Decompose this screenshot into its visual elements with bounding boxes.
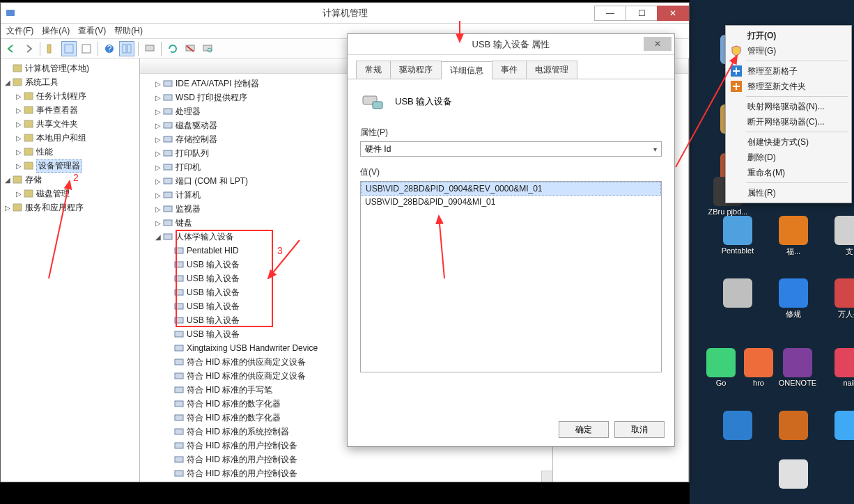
- caret-icon[interactable]: ▷: [154, 178, 162, 185]
- ctx-item[interactable]: 映射网络驱动器(N)...: [728, 99, 849, 114]
- menu-help[interactable]: 帮助(H): [114, 25, 143, 37]
- hardware-id-item[interactable]: USB\VID_28BD&PID_0904&MI_01: [361, 196, 661, 208]
- desktop-icon[interactable]: [769, 411, 818, 441]
- caret-icon[interactable]: ▷: [154, 94, 162, 102]
- device-tree-item[interactable]: 符合 HID 标准的用户控制设备: [141, 466, 551, 480]
- ctx-item[interactable]: 管理(G): [728, 43, 849, 58]
- caret-icon[interactable]: ▷: [154, 108, 162, 116]
- tab-1[interactable]: 驱动程序: [390, 61, 442, 79]
- value-listbox[interactable]: USB\VID_28BD&PID_0904&REV_0000&MI_01USB\…: [360, 181, 662, 372]
- tree-item[interactable]: ▷事件查看器: [2, 103, 138, 117]
- desktop-icon[interactable]: nail: [825, 348, 854, 387]
- tab-4[interactable]: 电源管理: [526, 61, 577, 79]
- desktop-icon[interactable]: [713, 411, 762, 441]
- device-item-label: 符合 HID 标准的手写笔: [187, 384, 272, 396]
- desktop-icon[interactable]: 万人生: [825, 278, 854, 320]
- tree-item[interactable]: ▷性能: [2, 145, 138, 159]
- tool-update[interactable]: [165, 41, 180, 56]
- caret-icon[interactable]: ▷: [15, 120, 23, 128]
- caret-icon[interactable]: ▷: [154, 191, 162, 199]
- cancel-button[interactable]: 取消: [614, 421, 665, 438]
- caret-icon[interactable]: ◢: [154, 233, 162, 241]
- close-button[interactable]: ✕: [657, 6, 689, 21]
- ctx-item[interactable]: 删除(D): [728, 150, 849, 165]
- tab-3[interactable]: 事件: [492, 61, 527, 79]
- desktop-icon[interactable]: [713, 278, 762, 309]
- device-icon: [173, 287, 185, 298]
- desktop-icon[interactable]: [769, 459, 818, 490]
- svg-rect-32: [164, 192, 172, 198]
- tool-scan[interactable]: [200, 41, 215, 56]
- minimize-button[interactable]: —: [594, 6, 626, 21]
- caret-icon[interactable]: ▷: [154, 219, 162, 227]
- desktop-icon[interactable]: 修规: [769, 278, 818, 320]
- caret-icon[interactable]: ▷: [15, 190, 23, 198]
- tree-item-label: 系统工具: [25, 77, 59, 88]
- ok-button[interactable]: 确定: [559, 421, 609, 438]
- caret-icon[interactable]: ▷: [154, 122, 162, 129]
- desktop-icon[interactable]: 福...: [769, 216, 818, 257]
- attribute-combo[interactable]: 硬件 Id: [360, 141, 662, 157]
- ctx-item[interactable]: 创建快捷方式(S): [728, 134, 849, 150]
- device-tree-item[interactable]: ▷软件设备: [141, 480, 551, 482]
- tree-item[interactable]: ▷任务计划程序: [2, 89, 138, 103]
- tree-item[interactable]: ▷设备管理器: [2, 159, 138, 173]
- desktop-icon-label: ZBru pjbd...: [708, 207, 748, 216]
- device-icon: [173, 301, 185, 312]
- menu-action[interactable]: 操作(A): [42, 25, 70, 37]
- tab-2[interactable]: 详细信息: [441, 61, 492, 79]
- menu-file[interactable]: 文件(F): [6, 25, 33, 37]
- device-tree-item[interactable]: 符合 HID 标准的用户控制设备: [141, 452, 551, 466]
- tool-view-details[interactable]: [61, 41, 77, 56]
- tree-item[interactable]: ▷磁盘管理: [2, 187, 138, 200]
- ctx-item[interactable]: 重命名(M): [728, 165, 849, 180]
- tool-show-tree[interactable]: [44, 41, 59, 56]
- ctx-item[interactable]: 整理至新文件夹: [728, 79, 849, 94]
- maximize-button[interactable]: ☐: [626, 6, 658, 21]
- tree-item[interactable]: 计算机管理(本地): [2, 61, 138, 75]
- tree-item[interactable]: ▷共享文件夹: [2, 117, 138, 131]
- tree-item[interactable]: ▷本地用户和组: [2, 131, 138, 145]
- tree-item[interactable]: ◢存储: [2, 173, 138, 187]
- caret-icon[interactable]: ▷: [3, 204, 12, 212]
- desktop-icon[interactable]: ONENOTE: [773, 348, 822, 387]
- ctx-item[interactable]: 整理至新格子: [728, 63, 849, 79]
- caret-icon[interactable]: ◢: [3, 79, 12, 86]
- caret-icon[interactable]: ▷: [154, 80, 162, 88]
- titlebar[interactable]: 计算机管理 — ☐ ✕: [1, 3, 689, 24]
- caret-icon[interactable]: ▷: [15, 134, 23, 142]
- dialog-close-button[interactable]: ✕: [644, 37, 671, 51]
- tree-item[interactable]: ◢系统工具: [2, 75, 138, 89]
- caret-icon[interactable]: ▷: [15, 148, 23, 156]
- desktop-icon-label: nail: [843, 379, 854, 387]
- desktop-icon[interactable]: [825, 411, 854, 441]
- caret-icon[interactable]: ◢: [3, 176, 12, 184]
- ctx-item[interactable]: 打开(O): [728, 28, 849, 43]
- ctx-item-label: 属性(R): [747, 187, 776, 199]
- caret-icon[interactable]: ▷: [15, 93, 23, 100]
- tab-0[interactable]: 常规: [356, 61, 391, 79]
- tool-view-list[interactable]: [79, 41, 94, 56]
- desktop-icon[interactable]: 支: [825, 216, 854, 257]
- caret-icon[interactable]: ▷: [154, 136, 162, 143]
- menu-view[interactable]: 查看(V): [78, 25, 106, 37]
- blank-icon: [731, 116, 742, 127]
- tool-help[interactable]: ?: [102, 41, 117, 56]
- tool-uninstall[interactable]: [183, 41, 198, 56]
- svg-rect-0: [6, 10, 15, 16]
- tool-forward[interactable]: [21, 41, 36, 56]
- tool-computer[interactable]: [142, 41, 157, 56]
- hardware-id-item[interactable]: USB\VID_28BD&PID_0904&REV_0000&MI_01: [361, 182, 661, 196]
- tool-panes[interactable]: [119, 41, 134, 56]
- caret-icon[interactable]: ▷: [154, 150, 162, 157]
- ctx-item[interactable]: 属性(R): [728, 185, 849, 200]
- tree-item[interactable]: ▷服务和应用程序: [2, 200, 138, 214]
- caret-icon[interactable]: ▷: [154, 205, 162, 213]
- dialog-titlebar[interactable]: USB 输入设备 属性 ✕: [348, 34, 674, 55]
- caret-icon[interactable]: ▷: [154, 164, 162, 171]
- caret-icon[interactable]: ▷: [15, 162, 23, 170]
- ctx-item[interactable]: 断开网络驱动器(C)...: [728, 114, 849, 129]
- tool-back[interactable]: [3, 41, 19, 56]
- desktop-icon[interactable]: Pentablet: [713, 216, 762, 255]
- caret-icon[interactable]: ▷: [15, 107, 23, 114]
